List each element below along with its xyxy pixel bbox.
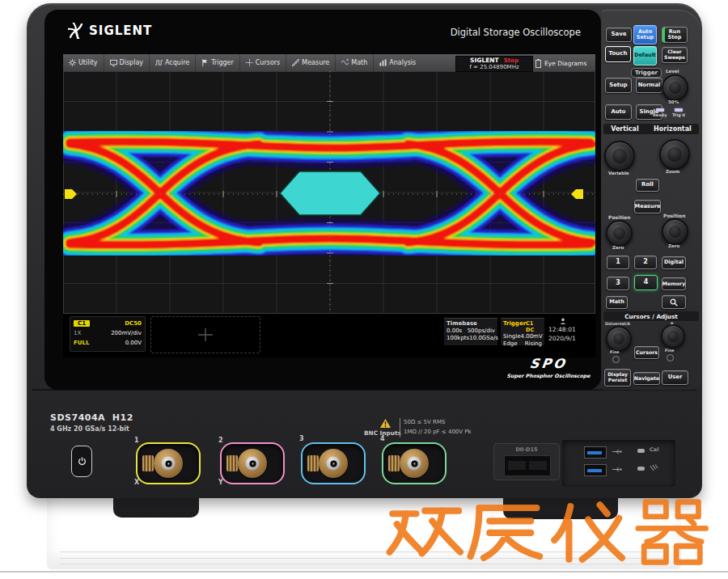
- eye-diagram-plot[interactable]: [63, 71, 595, 314]
- vertical-position-label: Position: [608, 214, 630, 220]
- ground-pin[interactable]: [637, 467, 645, 471]
- siglent-pinwheel-icon: [68, 23, 84, 39]
- menu-item-cursors[interactable]: Cursors: [240, 54, 286, 71]
- display-persist-button[interactable]: Display Persist: [604, 369, 631, 387]
- horizontal-scale-knob[interactable]: [659, 139, 690, 170]
- frequency-readout: f = 25.04890MHz: [469, 65, 518, 70]
- trigger-level-knob[interactable]: [662, 74, 688, 101]
- timebase-label: Timebase: [447, 320, 495, 328]
- default-button[interactable]: Default: [633, 46, 657, 66]
- channel-descriptor-box[interactable]: C1 DC50 1X 200mV/div FULL 0.00V: [70, 316, 146, 352]
- run-stop-button[interactable]: Run Stop: [662, 27, 688, 43]
- clock-box[interactable]: 12:48:01 2020/9/1: [548, 318, 586, 347]
- ground-icon: [650, 464, 658, 472]
- menu-item-math[interactable]: Math: [336, 54, 374, 71]
- auto-setup-button[interactable]: Auto Setup: [633, 25, 657, 44]
- bnc-knurl: [226, 455, 238, 471]
- menu-label: Acquire: [165, 59, 189, 66]
- eye-diagrams-menu[interactable]: Eye Diagrams: [535, 56, 594, 70]
- digital-port-slot[interactable]: [504, 455, 551, 476]
- front-panel-divider: [32, 389, 696, 391]
- measure-button[interactable]: Measure: [634, 200, 661, 213]
- header-brand: SIGLENT: [470, 57, 499, 64]
- model-specs: 4 GHz 20 GSa/s 12-bit: [50, 425, 133, 433]
- timebase-delay: 0.00s: [447, 328, 462, 335]
- bnc-connector: [238, 449, 267, 478]
- bnc-input-2[interactable]: [220, 442, 285, 484]
- channel-1-button[interactable]: 1: [607, 256, 629, 269]
- bnc-input-1[interactable]: [136, 442, 201, 484]
- frequency-counter-box[interactable]: SIGLENT Stop f = 25.04890MHz: [455, 56, 533, 72]
- menu-item-analysis[interactable]: Analysis: [374, 54, 421, 71]
- oscilloscope-photo: SIGLENT Digital Storage Oscilloscope Uti…: [0, 0, 728, 579]
- usb-port-1[interactable]: [584, 446, 607, 459]
- menu-label: Trigger: [211, 59, 234, 66]
- menu-label: Measure: [302, 59, 329, 66]
- navigate-button[interactable]: Navigate: [633, 372, 660, 385]
- model-suffix: H12: [112, 412, 133, 423]
- product-title: Digital Storage Oscilloscope: [404, 27, 581, 38]
- trigd-led: [675, 108, 683, 112]
- bnc-knurl: [307, 455, 319, 471]
- timebase-memory: 100kpts: [447, 335, 469, 342]
- bnc-connector: [154, 449, 183, 478]
- usb-port-2[interactable]: [584, 464, 607, 476]
- channel-4-button[interactable]: 4: [634, 275, 658, 290]
- fine-a-label: Fine: [610, 350, 620, 354]
- menu-item-utility[interactable]: Utility: [63, 54, 104, 71]
- horizontal-position-knob[interactable]: [662, 218, 688, 245]
- power-icon: [78, 457, 87, 466]
- universal-a-knob[interactable]: [606, 326, 632, 352]
- menu-item-acquire[interactable]: Acquire: [150, 54, 196, 71]
- bnc3-number: 3: [299, 435, 304, 442]
- fine-a-push-icon: [612, 356, 620, 363]
- touch-button[interactable]: Touch: [605, 46, 631, 62]
- roll-button[interactable]: Roll: [636, 179, 659, 192]
- user-button[interactable]: User: [662, 370, 688, 385]
- bnc-input-4[interactable]: [382, 442, 447, 484]
- save-button[interactable]: Save: [606, 27, 632, 42]
- menu-item-display[interactable]: Display: [104, 54, 150, 71]
- fine-b-label: Fine: [665, 349, 675, 353]
- math-button[interactable]: Math: [606, 296, 628, 309]
- menu-item-trigger[interactable]: Trigger: [196, 54, 240, 71]
- spo-logo-text: SPO: [506, 356, 592, 371]
- trigger-status-box[interactable]: Trigger C1 DC Single 4.00mV Edge Rising: [501, 318, 544, 345]
- menu-label: Utility: [78, 59, 98, 66]
- search-button[interactable]: [662, 295, 686, 309]
- trigger-normal-button[interactable]: Normal: [636, 78, 662, 93]
- horizontal-position-label: Position: [663, 213, 685, 218]
- measure-icon: [292, 59, 299, 66]
- channel-2-button[interactable]: 2: [634, 256, 657, 269]
- vertical-position-knob[interactable]: [606, 220, 633, 247]
- b-knob[interactable]: [661, 324, 685, 349]
- add-channel-box[interactable]: [150, 316, 260, 353]
- memory-button[interactable]: Memory: [662, 277, 686, 290]
- cursors-icon: [246, 59, 253, 66]
- menu-item-measure[interactable]: Measure: [286, 54, 336, 71]
- timebase-box[interactable]: Timebase 0.00s 500ps/div 100kpts 10.0GSa…: [444, 318, 497, 345]
- run-state-badge: Stop: [504, 58, 518, 64]
- bnc-input-3[interactable]: [301, 442, 366, 484]
- trigger-auto-button[interactable]: Auto: [605, 104, 632, 120]
- channel-3-button[interactable]: 3: [607, 277, 629, 290]
- trigger-mode: Single: [503, 333, 521, 340]
- acquire-icon: [155, 59, 163, 66]
- analysis-icon: [379, 59, 387, 66]
- brand-logo-text: SIGLENT: [89, 23, 152, 38]
- trigger-setup-button[interactable]: Setup: [605, 78, 632, 93]
- vertical-scale-knob[interactable]: [604, 141, 635, 171]
- cursors-button[interactable]: Cursors: [634, 346, 659, 359]
- mask-hexagon: [280, 171, 380, 215]
- power-button[interactable]: [71, 446, 92, 477]
- watermark-calligraphy: [374, 492, 723, 573]
- clear-sweeps-button[interactable]: Clear Sweeps: [662, 47, 688, 63]
- channel-probe: 1X: [74, 330, 81, 337]
- clock-time: 12:48:01: [548, 326, 576, 333]
- digital-button[interactable]: Digital: [662, 256, 686, 269]
- clock-date: 2020/9/1: [548, 335, 576, 342]
- horizontal-zero-label: Zero: [668, 243, 679, 248]
- menu-label: Math: [351, 59, 367, 66]
- cal-pin[interactable]: [637, 449, 645, 453]
- bnc-connector: [319, 449, 348, 478]
